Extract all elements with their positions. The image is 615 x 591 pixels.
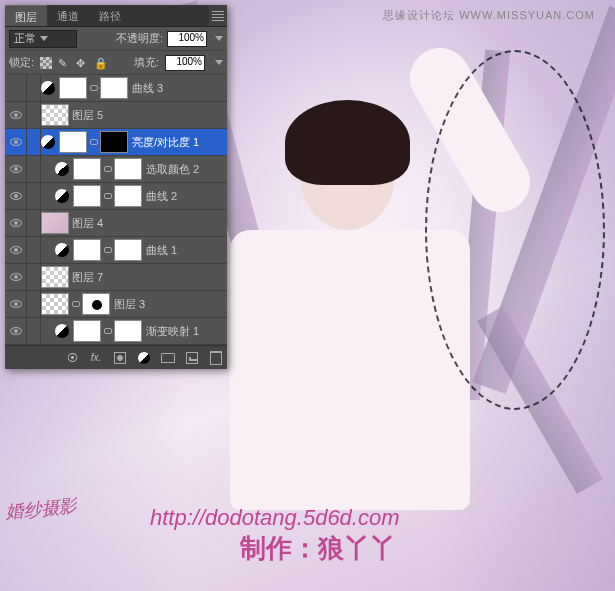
fill-input[interactable]: 100% <box>165 55 205 71</box>
layer-name[interactable]: 亮度/对比度 1 <box>132 135 227 150</box>
layer-thumb[interactable] <box>41 212 69 234</box>
link-col <box>27 318 41 344</box>
layer-name[interactable]: 图层 3 <box>114 297 227 312</box>
layer-row[interactable]: 曲线 1 <box>5 237 227 264</box>
lock-position-icon[interactable]: ✥ <box>76 57 88 69</box>
visibility-toggle[interactable] <box>5 102 27 128</box>
layer-row[interactable]: 图层 3 <box>5 291 227 318</box>
adjustment-icon <box>41 81 55 95</box>
link-col <box>27 129 41 155</box>
tab-layers[interactable]: 图层 <box>5 5 47 26</box>
mask-thumb[interactable] <box>114 158 142 180</box>
mask-thumb[interactable] <box>114 185 142 207</box>
panel-menu-button[interactable] <box>209 5 227 26</box>
link-col <box>27 156 41 182</box>
mask-thumb[interactable] <box>114 239 142 261</box>
chevron-down-icon[interactable] <box>215 36 223 41</box>
tab-paths[interactable]: 路径 <box>89 5 131 26</box>
layer-thumb[interactable] <box>73 158 101 180</box>
layer-name[interactable]: 曲线 2 <box>146 189 227 204</box>
adjustment-layer-icon[interactable] <box>137 351 151 365</box>
mask-thumb[interactable] <box>100 77 128 99</box>
layer-thumb[interactable] <box>73 239 101 261</box>
layer-row[interactable]: 图层 4 <box>5 210 227 237</box>
opacity-input[interactable]: 100% <box>167 31 207 47</box>
adjustment-icon <box>41 135 55 149</box>
mask-link-icon[interactable] <box>104 192 112 200</box>
chevron-down-icon <box>40 36 48 41</box>
layer-thumb[interactable] <box>41 293 69 315</box>
layer-name[interactable]: 曲线 1 <box>146 243 227 258</box>
layer-row[interactable]: 亮度/对比度 1 <box>5 129 227 156</box>
fx-icon[interactable]: fx. <box>89 351 103 365</box>
layer-name[interactable]: 渐变映射 1 <box>146 324 227 339</box>
mask-link-icon[interactable] <box>72 300 80 308</box>
link-col <box>27 75 41 101</box>
layer-name[interactable]: 选取颜色 2 <box>146 162 227 177</box>
credit-text: 制作：狼丫丫 <box>240 531 396 566</box>
layer-thumb[interactable] <box>59 77 87 99</box>
visibility-toggle[interactable] <box>5 129 27 155</box>
visibility-toggle[interactable] <box>5 318 27 344</box>
visibility-toggle[interactable] <box>5 237 27 263</box>
layer-thumb[interactable] <box>73 185 101 207</box>
chevron-down-icon[interactable] <box>215 60 223 65</box>
mask-link-icon[interactable] <box>104 327 112 335</box>
new-layer-icon[interactable] <box>185 351 199 365</box>
selection-marquee[interactable] <box>425 50 605 410</box>
link-layers-icon[interactable]: ⦿ <box>65 351 79 365</box>
eye-icon <box>10 192 22 200</box>
tab-channels[interactable]: 通道 <box>47 5 89 26</box>
layer-name[interactable]: 图层 4 <box>72 216 227 231</box>
mask-thumb[interactable] <box>114 320 142 342</box>
mask-thumb[interactable] <box>82 293 110 315</box>
blend-mode-dropdown[interactable]: 正常 <box>9 30 77 48</box>
lock-pixels-icon[interactable]: ✎ <box>58 57 70 69</box>
eye-icon <box>10 273 22 281</box>
mask-link-icon[interactable] <box>90 138 98 146</box>
layer-row[interactable]: 图层 5 <box>5 102 227 129</box>
adjustment-icon <box>55 162 69 176</box>
layer-name[interactable]: 曲线 3 <box>132 81 227 96</box>
layer-row[interactable]: 选取颜色 2 <box>5 156 227 183</box>
add-mask-icon[interactable] <box>113 351 127 365</box>
visibility-toggle[interactable] <box>5 183 27 209</box>
mask-thumb[interactable] <box>100 131 128 153</box>
mask-link-icon[interactable] <box>90 84 98 92</box>
delete-layer-icon[interactable] <box>209 351 223 365</box>
url-text: http://dodotang.5d6d.com <box>150 505 400 531</box>
visibility-toggle[interactable] <box>5 75 27 101</box>
visibility-toggle[interactable] <box>5 210 27 236</box>
lock-transparency-icon[interactable] <box>40 57 52 69</box>
eye-icon <box>10 165 22 173</box>
eye-icon <box>10 300 22 308</box>
eye-icon <box>10 327 22 335</box>
layer-row[interactable]: 曲线 2 <box>5 183 227 210</box>
adjustment-icon <box>55 243 69 257</box>
visibility-toggle[interactable] <box>5 291 27 317</box>
layer-thumb[interactable] <box>41 266 69 288</box>
group-icon[interactable] <box>161 351 175 365</box>
eye-icon <box>10 111 22 119</box>
adjustment-icon <box>55 324 69 338</box>
layer-name[interactable]: 图层 7 <box>72 270 227 285</box>
lock-all-icon[interactable]: 🔒 <box>94 57 106 69</box>
layer-row[interactable]: 曲线 3 <box>5 75 227 102</box>
layer-thumb[interactable] <box>59 131 87 153</box>
eye-icon <box>10 219 22 227</box>
watermark-text: 思缘设计论坛 WWW.MISSYUAN.COM <box>383 8 595 23</box>
link-col <box>27 210 41 236</box>
layer-name[interactable]: 图层 5 <box>72 108 227 123</box>
visibility-toggle[interactable] <box>5 264 27 290</box>
lock-label: 锁定: <box>9 55 34 70</box>
visibility-toggle[interactable] <box>5 156 27 182</box>
eye-icon <box>10 138 22 146</box>
layer-row[interactable]: 图层 7 <box>5 264 227 291</box>
mask-link-icon[interactable] <box>104 246 112 254</box>
adjustment-icon <box>55 189 69 203</box>
blend-mode-value: 正常 <box>14 31 36 46</box>
layer-row[interactable]: 渐变映射 1 <box>5 318 227 345</box>
mask-link-icon[interactable] <box>104 165 112 173</box>
layer-thumb[interactable] <box>41 104 69 126</box>
layer-thumb[interactable] <box>73 320 101 342</box>
